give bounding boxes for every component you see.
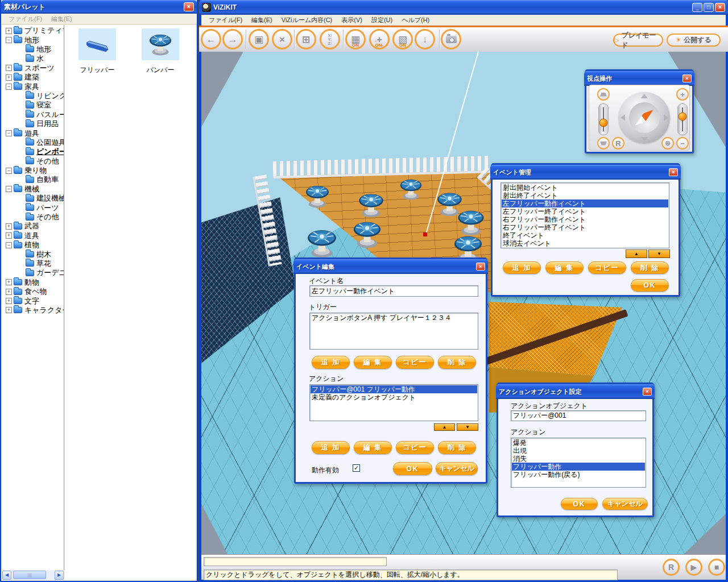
expand-icon[interactable]: + bbox=[6, 279, 12, 285]
object-copy-button[interactable]: ▣ bbox=[249, 29, 269, 49]
viewpoint-close-icon[interactable]: × bbox=[682, 74, 692, 82]
list-item[interactable]: 終了イベント bbox=[502, 231, 668, 239]
tree-item-樹木[interactable]: 樹木 bbox=[2, 250, 64, 259]
tree-item-キャラクター[interactable]: +キャラクター bbox=[2, 306, 64, 315]
list-item[interactable]: 左フリッパー動作イベント bbox=[502, 199, 668, 207]
tree-item-水[interactable]: 水 bbox=[2, 54, 64, 63]
rotation-compass[interactable] bbox=[619, 92, 670, 143]
tree-item-地形[interactable]: 地形 bbox=[2, 45, 64, 54]
command-input[interactable] bbox=[204, 557, 387, 566]
forward-button[interactable]: → bbox=[222, 29, 243, 49]
tilt-down-button[interactable] bbox=[597, 137, 610, 149]
action-object-cancel-button[interactable]: キャンセル bbox=[602, 498, 648, 510]
collapse-icon[interactable]: − bbox=[6, 168, 12, 174]
event-name-field[interactable]: 左フリッパー動作イベント bbox=[309, 285, 478, 297]
expand-icon[interactable]: + bbox=[6, 28, 12, 34]
tilt-up-button[interactable] bbox=[597, 88, 610, 101]
tree-item-プリミティブ[interactable]: +プリミティブ bbox=[2, 26, 64, 35]
zoom-out-button[interactable]: − bbox=[676, 137, 689, 149]
menu-item-0[interactable]: ファイル(F) bbox=[205, 15, 246, 25]
rotate-down-icon[interactable] bbox=[641, 137, 648, 142]
menu-item-3[interactable]: 表示(V) bbox=[337, 15, 366, 25]
palette-close-icon[interactable]: × bbox=[184, 2, 194, 11]
grid-toggle-button[interactable]: ▦ON bbox=[345, 29, 366, 49]
tree-item-建設機械[interactable]: 建設機械 bbox=[2, 194, 64, 203]
stop-button[interactable]: ■ bbox=[708, 559, 725, 576]
event-copy-button[interactable]: コピー bbox=[588, 261, 626, 274]
tree-item-寝室[interactable]: 寝室 bbox=[2, 101, 64, 110]
trigger-edit-button[interactable]: 編 集 bbox=[354, 356, 392, 369]
tree-item-リビング[interactable]: リビング bbox=[2, 92, 64, 101]
collapse-icon[interactable]: − bbox=[6, 130, 12, 136]
viewpoint-titlebar[interactable]: 視点操作 × bbox=[584, 71, 694, 86]
palette-titlebar[interactable]: 素材パレット × bbox=[1, 0, 197, 14]
list-item[interactable]: 右フリッパー動作イベント bbox=[502, 215, 668, 223]
tree-item-自動車[interactable]: 自動車 bbox=[2, 175, 64, 184]
action-object-close-icon[interactable]: × bbox=[643, 388, 652, 396]
minimize-icon[interactable]: _ bbox=[692, 3, 702, 12]
tree-item-ガーデニング[interactable]: ガーデニング bbox=[2, 268, 64, 277]
event-manager-close-icon[interactable]: × bbox=[669, 168, 678, 176]
collapse-icon[interactable]: − bbox=[6, 186, 12, 192]
list-item[interactable]: アクションボタンA 押す プレイヤー１２３４ bbox=[311, 314, 477, 322]
maximize-icon[interactable]: □ bbox=[704, 3, 714, 12]
publish-button[interactable]: ☀ 公開する bbox=[667, 34, 721, 47]
event-edit-cancel-button[interactable]: キャンセル bbox=[436, 462, 478, 475]
bumper-object[interactable] bbox=[357, 192, 386, 221]
action-delete-button[interactable]: 削 除 bbox=[438, 441, 476, 454]
expand-icon[interactable]: + bbox=[6, 298, 12, 304]
tree-item-その他[interactable]: その他 bbox=[2, 213, 64, 222]
tree-item-草花[interactable]: 草花 bbox=[2, 259, 64, 268]
rotate-up-icon[interactable] bbox=[641, 94, 648, 98]
tree-item-家具[interactable]: −家具 bbox=[2, 82, 64, 91]
list-item[interactable]: 爆発 bbox=[512, 439, 645, 447]
expand-icon[interactable]: + bbox=[6, 232, 12, 239]
target-button[interactable]: ⊕ bbox=[661, 137, 674, 149]
tilt-slider[interactable] bbox=[598, 103, 609, 135]
action-list[interactable]: フリッパー@001 フリッパー動作未定義のアクションオブジェクト bbox=[309, 384, 478, 421]
event-delete-button[interactable]: 削 除 bbox=[631, 261, 669, 274]
event-edit-titlebar[interactable]: イベント編集 × bbox=[293, 259, 488, 274]
tilt-slider-knob[interactable] bbox=[599, 119, 608, 127]
palette-item-フリッパー[interactable]: フリッパー bbox=[78, 28, 116, 75]
tree-item-動物[interactable]: +動物 bbox=[2, 278, 64, 287]
scroll-left-icon[interactable]: ◀ bbox=[2, 571, 11, 580]
rotate-left-icon[interactable] bbox=[621, 114, 625, 121]
back-button[interactable]: ← bbox=[201, 29, 221, 49]
enabled-checkbox[interactable]: ✓ bbox=[353, 464, 360, 472]
tree-item-道具[interactable]: +道具 bbox=[2, 231, 64, 240]
palette-item-バンパー[interactable]: バンパー bbox=[142, 28, 179, 75]
menu-item-2[interactable]: ViZiルーム内容(C) bbox=[278, 15, 337, 25]
event-list[interactable]: 射出開始イベント射出終了イベント左フリッパー動作イベント左フリッパー終了イベント… bbox=[500, 182, 669, 248]
collapse-icon[interactable]: − bbox=[6, 242, 12, 248]
event-edit-close-icon[interactable]: × bbox=[476, 263, 485, 271]
list-item[interactable]: 球消去イベント bbox=[502, 239, 668, 247]
menu-item-0[interactable]: ファイル(F) bbox=[5, 14, 46, 24]
scroll-right-icon[interactable]: ▶ bbox=[55, 571, 64, 580]
expand-icon[interactable]: + bbox=[6, 74, 12, 81]
trigger-copy-button[interactable]: コピー bbox=[396, 356, 434, 369]
tree-item-地形[interactable]: −地形 bbox=[2, 35, 64, 44]
list-item[interactable]: 消失 bbox=[512, 455, 645, 463]
action-object-action-list[interactable]: 爆発出現消失フリッパー動作フリッパー動作(戻る) bbox=[511, 438, 646, 488]
bumper-object[interactable] bbox=[305, 227, 339, 261]
tree-item-ピンボール[interactable]: ピンボール bbox=[2, 147, 64, 156]
tree-item-植物[interactable]: −植物 bbox=[2, 240, 64, 250]
list-item[interactable]: フリッパー@001 フリッパー動作 bbox=[311, 385, 477, 393]
trigger-add-button[interactable]: 追 加 bbox=[312, 356, 350, 369]
event-edit-ok-button[interactable]: OK bbox=[393, 462, 432, 475]
tree-item-文字[interactable]: +文字 bbox=[2, 296, 64, 305]
viewport-3d[interactable]: 視点操作 × R ⊕ + bbox=[201, 52, 726, 554]
snap-toggle-button[interactable]: +-ON- bbox=[369, 29, 390, 49]
drop-button[interactable]: ↓ bbox=[415, 29, 435, 49]
list-item[interactable]: 右フリッパー終了イベント bbox=[502, 223, 668, 231]
list-item[interactable]: 出現 bbox=[512, 447, 645, 455]
action-down-button[interactable]: ▼ bbox=[457, 423, 478, 431]
reset-button[interactable]: R bbox=[663, 559, 680, 576]
xyz-coordinates-button[interactable]: X: Y: Z: bbox=[320, 29, 340, 49]
scroll-thumb[interactable] bbox=[13, 571, 46, 579]
expand-icon[interactable]: + bbox=[6, 307, 12, 313]
bumper-object[interactable] bbox=[351, 219, 383, 251]
event-edit-button[interactable]: 編 集 bbox=[545, 261, 584, 274]
event-down-button[interactable]: ▼ bbox=[648, 250, 670, 258]
